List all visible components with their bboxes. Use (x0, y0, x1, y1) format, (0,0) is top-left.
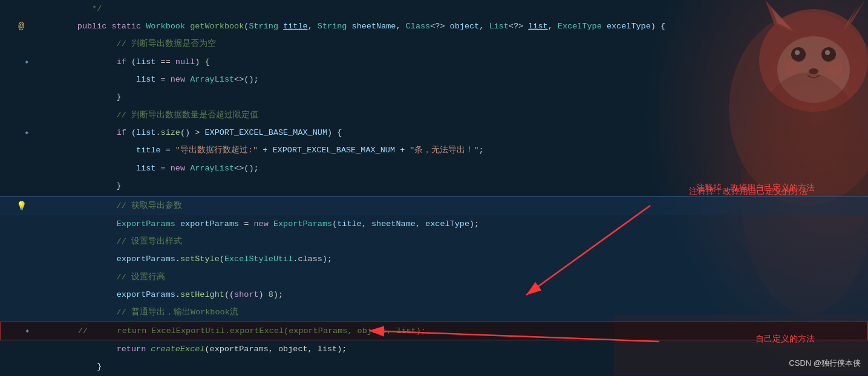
code-text: } (33, 343, 868, 376)
diamond-icon: ◆ (25, 125, 28, 141)
annotation-label-2-display: 自己定义的方法 (755, 334, 815, 345)
gutter: ◆ (0, 54, 33, 70)
gutter: @ (0, 22, 33, 31)
gutter: ◆ (1, 323, 34, 339)
diamond-icon: ◆ (26, 323, 29, 339)
diamond-icon: ◆ (25, 54, 28, 70)
code-line: } (0, 358, 868, 376)
annotation-label-1-display: 注释掉，改掉用自己定义的方法 (696, 183, 815, 193)
gutter: 💡 (0, 201, 33, 211)
at-icon: @ (16, 22, 26, 31)
code-editor: */ @ public static Workbook getWorkbook(… (0, 0, 868, 376)
bulb-icon: 💡 (16, 201, 26, 211)
watermark-display: CSDN @独行侠本侠 (789, 358, 861, 369)
gutter: ◆ (0, 125, 33, 141)
